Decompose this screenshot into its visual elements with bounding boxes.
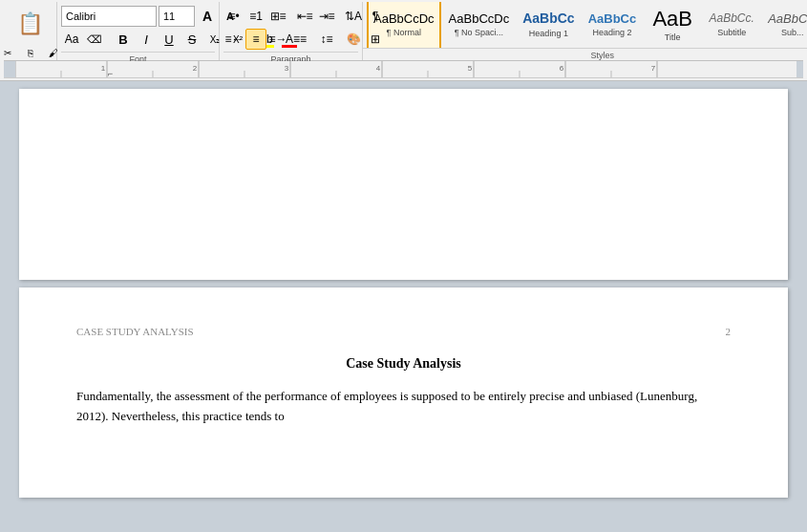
style-heading1[interactable]: AaBbCc Heading 1 <box>517 2 580 48</box>
page-2: CASE STUDY ANALYSIS 2 Case Study Analysi… <box>19 287 788 498</box>
decrease-indent-button[interactable]: ⇤≡ <box>294 6 315 27</box>
styles-section: AaBbCcDc ¶ Normal AaBbCcDc ¶ No Spaci...… <box>363 2 807 60</box>
svg-text:5: 5 <box>468 64 473 73</box>
style-title-preview: AaB <box>652 8 692 31</box>
sort-button[interactable]: ⇅A <box>343 6 364 27</box>
header-right: 2 <box>726 326 732 337</box>
change-case-button[interactable]: Aa <box>61 29 82 50</box>
style-heading2-preview: AaBbCc <box>588 12 637 26</box>
style-subtitle-preview: AaBbCc. <box>710 12 754 25</box>
style-no-spacing-label: ¶ No Spaci... <box>455 28 503 37</box>
bullets-button[interactable]: ≡• <box>223 6 244 27</box>
style-more-preview: AaBbCc. <box>768 12 807 26</box>
style-more[interactable]: AaBbCc. Sub... <box>762 2 807 48</box>
body-paragraph: Fundamentally, the assessment of the per… <box>76 387 731 427</box>
page-2-content: CASE STUDY ANALYSIS 2 Case Study Analysi… <box>19 287 788 498</box>
svg-text:6: 6 <box>560 64 564 73</box>
style-title[interactable]: AaB Title <box>644 2 701 48</box>
page-1 <box>19 89 788 280</box>
toolbar: 📋 ✂ ⎘ 🖌 Clipboard A A <box>0 0 807 81</box>
styles-label: Styles <box>363 48 807 60</box>
justify-button[interactable]: ≡≡ <box>289 29 310 50</box>
bold-button[interactable]: B <box>113 29 134 50</box>
align-right-button[interactable]: ≡→ <box>267 29 288 50</box>
page-body: Fundamentally, the assessment of the per… <box>76 387 731 427</box>
clear-format-button[interactable]: ⌫ <box>84 29 105 50</box>
svg-text:2: 2 <box>193 64 198 73</box>
svg-text:7: 7 <box>651 64 656 73</box>
underline-button[interactable]: U <box>159 29 180 50</box>
svg-text:3: 3 <box>285 64 289 73</box>
style-heading2-label: Heading 2 <box>592 28 631 37</box>
font-size-input[interactable] <box>159 6 195 27</box>
style-more-label: Sub... <box>781 28 804 37</box>
ruler-svg: 1 2 3 4 5 6 7 ⌐ <box>15 61 788 77</box>
svg-text:1: 1 <box>101 64 106 73</box>
borders-button[interactable]: ⊞ <box>365 29 386 50</box>
italic-button[interactable]: I <box>136 29 157 50</box>
style-heading1-label: Heading 1 <box>529 29 568 38</box>
svg-text:⌐: ⌐ <box>108 69 113 77</box>
multilevel-button[interactable]: ⊞≡ <box>267 6 288 27</box>
align-center-button[interactable]: ≡ <box>245 29 266 50</box>
increase-indent-button[interactable]: ⇥≡ <box>316 6 337 27</box>
style-title-label: Title <box>665 32 681 42</box>
page-heading: Case Study Analysis <box>76 356 731 372</box>
paragraph-section: ≡• ≡1 ⊞≡ ⇤≡ ⇥≡ ⇅A ¶ ≡← ≡ ≡→ ≡≡ ↕≡ <box>220 2 363 60</box>
show-formatting-button[interactable]: ¶ <box>365 6 386 27</box>
cut-button[interactable]: ✂ <box>0 42 18 63</box>
clipboard-section: 📋 ✂ ⎘ 🖌 Clipboard <box>4 2 57 60</box>
page-header: CASE STUDY ANALYSIS 2 <box>76 326 731 337</box>
style-subtitle-label: Subtitle <box>717 28 746 37</box>
svg-text:4: 4 <box>376 64 381 73</box>
document-area: CASE STUDY ANALYSIS 2 Case Study Analysi… <box>0 81 807 522</box>
strikethrough-button[interactable]: S <box>181 29 202 50</box>
style-heading2[interactable]: AaBbCc Heading 2 <box>583 2 643 48</box>
font-name-input[interactable] <box>61 6 157 27</box>
style-heading1-preview: AaBbCc <box>522 11 574 26</box>
grow-font-button[interactable]: A <box>197 6 218 27</box>
line-spacing-button[interactable]: ↕≡ <box>316 29 337 50</box>
shading-button[interactable]: 🎨 <box>343 29 364 50</box>
numbering-button[interactable]: ≡1 <box>245 6 266 27</box>
font-section: A A Aa ⌫ B I U S X₂ X² ab <box>57 2 220 60</box>
copy-button[interactable]: ⎘ <box>20 42 41 63</box>
ruler: 1 2 3 4 5 6 7 ⌐ <box>4 61 803 78</box>
style-no-spacing-preview: AaBbCcDc <box>449 12 510 26</box>
align-left-button[interactable]: ≡← <box>223 29 244 50</box>
header-left: CASE STUDY ANALYSIS <box>76 326 194 337</box>
style-subtitle[interactable]: AaBbCc. Subtitle <box>703 2 760 48</box>
paste-button[interactable]: 📋 <box>13 7 48 41</box>
style-no-spacing[interactable]: AaBbCcDc ¶ No Spaci... <box>443 2 516 48</box>
style-normal-label: ¶ Normal <box>387 28 421 37</box>
